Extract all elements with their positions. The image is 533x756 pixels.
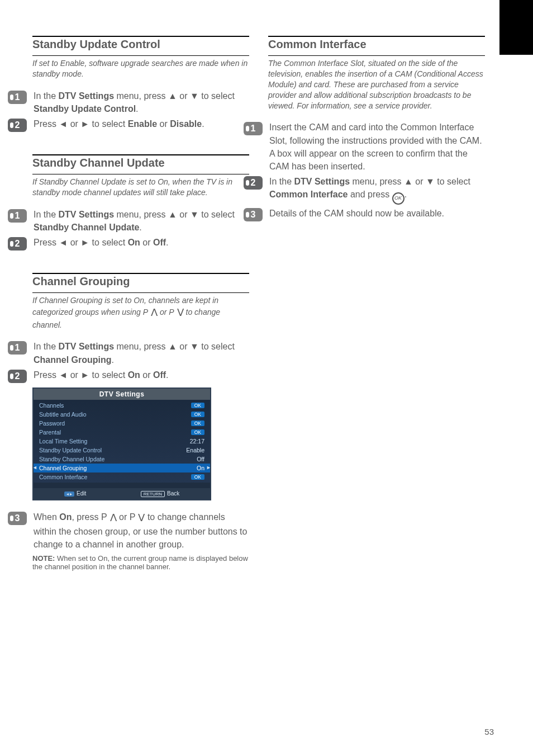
rule — [268, 36, 485, 37]
step-text: In the DTV Settings menu, press ▲ or ▼ t… — [269, 175, 485, 205]
dtv-settings-panel: DTV Settings ChannelsOK Subtitle and Aud… — [32, 388, 211, 500]
step-bullet: 1 — [8, 341, 27, 355]
section-title: Standby Update Control — [32, 38, 249, 51]
ok-chip: OK — [191, 420, 204, 426]
step-1: 1 In the DTV Settings menu, press ▲ or ▼… — [8, 89, 249, 115]
section-subtitle: If Channel Grouping is set to On, channe… — [32, 295, 249, 330]
panel-row: ParentalOK — [34, 428, 210, 437]
step-2: 2 Press ◄ or ► to select On or Off. — [8, 368, 249, 383]
side-tab — [499, 0, 533, 55]
ok-chip: OK — [191, 474, 204, 480]
section-title: Standby Channel Update — [32, 157, 249, 169]
step-bullet: 2 — [244, 176, 263, 190]
panel-row: Standby Update ControlEnable — [34, 446, 210, 455]
section-title: Channel Grouping — [32, 275, 249, 288]
panel-row: Standby Channel UpdateOff — [34, 455, 210, 464]
panel-row: Local Time Setting22:17 — [34, 437, 210, 446]
section-common-interface: Common Interface The Common Interface Sl… — [268, 36, 485, 221]
rule — [32, 174, 249, 174]
step-2: 2 In the DTV Settings menu, press ▲ or ▼… — [244, 175, 485, 205]
step-bullet: 1 — [8, 91, 27, 104]
ok-chip: OK — [191, 429, 204, 435]
step-bullet: 3 — [8, 512, 27, 525]
nav-chip: ◂ ▸ — [64, 492, 74, 497]
section-subtitle: If set to Enable, software upgrade searc… — [32, 58, 249, 79]
section-subtitle: If Standby Channel Update is set to On, … — [32, 177, 249, 198]
panel-row: Common InterfaceOK — [34, 472, 210, 481]
step-bullet: 2 — [8, 119, 27, 132]
section-standby-update-control: Standby Update Control If set to Enable,… — [32, 36, 249, 132]
step-3: 3 Details of the CAM should now be avail… — [244, 207, 485, 221]
step-3: 3 When On, press P ᐱ or P ᐯ to change ch… — [8, 511, 249, 551]
step-text: In the DTV Settings menu, press ▲ or ▼ t… — [34, 340, 249, 366]
step-1: 1 In the DTV Settings menu, press ▲ or ▼… — [8, 208, 249, 234]
step-2: 2 Press ◄ or ► to select Enable or Disab… — [8, 117, 249, 132]
panel-footer: ◂ ▸Edit RETURNBack — [34, 483, 210, 499]
panel-row: PasswordOK — [34, 419, 210, 428]
section-title: Common Interface — [268, 38, 485, 51]
panel-title: DTV Settings — [34, 389, 210, 400]
section-standby-channel-update: Standby Channel Update If Standby Channe… — [32, 154, 249, 251]
step-text: In the DTV Settings menu, press ▲ or ▼ t… — [34, 208, 249, 234]
step-text: When On, press P ᐱ or P ᐯ to change chan… — [34, 511, 249, 551]
panel-body: ChannelsOK Subtitle and AudioOK Password… — [34, 400, 210, 483]
step-bullet: 1 — [244, 122, 263, 135]
rule — [32, 292, 249, 293]
step-bullet: 3 — [244, 208, 263, 221]
step-bullet: 2 — [8, 370, 27, 383]
step-2: 2 Press ◄ or ► to select On or Off. — [8, 236, 249, 251]
step-text: Insert the CAM and card into the Common … — [269, 121, 485, 173]
step-1: 1 In the DTV Settings menu, press ▲ or ▼… — [8, 340, 249, 366]
step-bullet: 1 — [8, 209, 27, 223]
rule — [32, 154, 249, 155]
rule — [32, 273, 249, 274]
return-chip: RETURN — [141, 491, 165, 497]
section-subtitle: The Common Interface Slot, situated on t… — [268, 58, 485, 111]
step-1: 1 Insert the CAM and card into the Commo… — [244, 121, 485, 173]
panel-row: ChannelsOK — [34, 401, 210, 410]
rule — [32, 36, 249, 37]
page-number: 53 — [484, 727, 494, 736]
note: NOTE: When set to On, the current group … — [32, 554, 249, 571]
step-text: In the DTV Settings menu, press ▲ or ▼ t… — [34, 89, 249, 115]
section-channel-grouping: Channel Grouping If Channel Grouping is … — [32, 273, 249, 571]
panel-row-selected: Channel GroupingOn — [34, 464, 210, 472]
panel-row: Subtitle and AudioOK — [34, 410, 210, 419]
rule — [268, 55, 485, 56]
step-bullet: 2 — [8, 237, 27, 251]
step-text: Press ◄ or ► to select On or Off. — [34, 368, 169, 381]
ok-chip: OK — [191, 403, 204, 408]
rule — [32, 55, 249, 56]
step-text: Press ◄ or ► to select Enable or Disable… — [34, 117, 204, 130]
ok-key-icon: OK — [392, 192, 404, 205]
ok-chip: OK — [191, 412, 204, 417]
step-text: Details of the CAM should now be availab… — [269, 207, 444, 220]
step-text: Press ◄ or ► to select On or Off. — [34, 236, 169, 249]
